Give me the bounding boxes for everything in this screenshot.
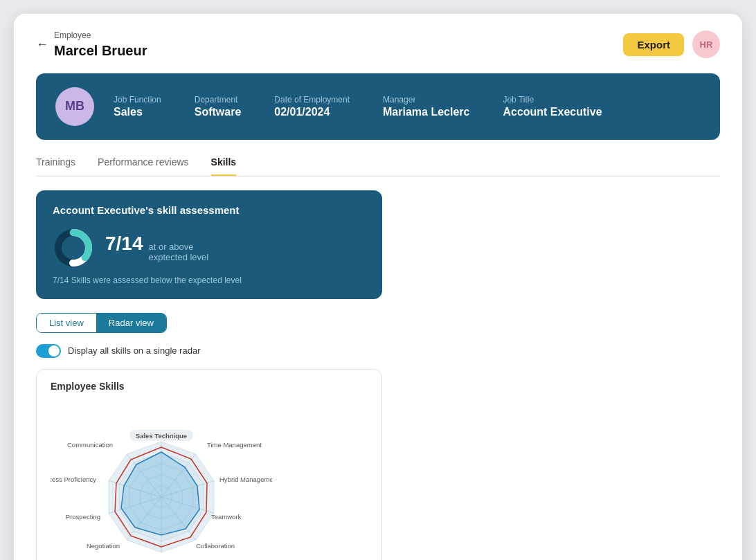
radar-view-button[interactable]: Radar view (96, 314, 166, 332)
display-all-skills-toggle[interactable] (36, 344, 61, 358)
svg-text:Hybrid Management: Hybrid Management (219, 476, 272, 483)
svg-text:Time Management: Time Management (207, 441, 262, 449)
department-value: Software (195, 106, 242, 118)
manager-label: Manager (383, 95, 469, 105)
svg-text:Collaboration: Collaboration (196, 542, 235, 550)
svg-text:Sales Technique: Sales Technique (136, 432, 187, 440)
score-description: at or aboveexptected level (149, 242, 209, 262)
field-job-title: Job Title Account Executive (503, 95, 602, 118)
back-navigation[interactable]: ← Employee Marcel Brueur (36, 30, 147, 60)
back-arrow-icon: ← (36, 37, 48, 52)
score-subtext: 7/14 Skills were assessed below the expe… (53, 276, 366, 285)
header: ← Employee Marcel Brueur Export HR (36, 30, 720, 60)
svg-text:Communication: Communication (67, 441, 113, 449)
header-actions: Export HR (623, 30, 720, 58)
skill-assessment-title: Account Executive's skill assessment (53, 204, 366, 216)
score-number: 7/14 (105, 233, 143, 255)
chart-and-legend: .axis-label { font-size: 9.5px; fill: #5… (51, 400, 368, 560)
toggle-label: Display all skills on a single radar (68, 345, 200, 356)
job-function-label: Job Function (114, 95, 161, 105)
field-date-employment: Date of Employment 02/01/2024 (274, 95, 350, 118)
radar-chart-wrapper: .axis-label { font-size: 9.5px; fill: #5… (51, 400, 272, 560)
tab-performance-reviews[interactable]: Performance reviews (98, 156, 189, 176)
svg-text:Prospecting: Prospecting (66, 513, 100, 521)
employee-avatar: MB (55, 87, 94, 126)
job-title-label: Job Title (503, 95, 602, 105)
tab-trainings[interactable]: Trainings (36, 156, 75, 176)
header-subtitle: Employee (54, 30, 147, 42)
svg-text:Sales Process Proficiency: Sales Process Proficiency (51, 476, 96, 483)
legend-box: Legend: Expected level of proficiency Le… (286, 464, 404, 560)
date-employment-label: Date of Employment (274, 95, 350, 105)
employee-info-banner: MB Job Function Sales Department Softwar… (36, 73, 720, 140)
job-function-value: Sales (114, 106, 161, 118)
app-container: ← Employee Marcel Brueur Export HR MB Jo… (14, 14, 742, 560)
score-info: 7/14 at or aboveexptected level (105, 233, 208, 262)
department-label: Department (195, 95, 242, 105)
field-department: Department Software (195, 95, 242, 118)
tab-skills[interactable]: Skills (211, 156, 237, 176)
skill-assessment-card: Account Executive's skill assessment 7/1… (36, 190, 382, 299)
view-switcher: List view Radar view (36, 313, 167, 333)
export-button[interactable]: Export (623, 33, 684, 56)
toggle-knob (48, 345, 60, 356)
skills-chart-card: Employee Skills .axis-label { font-size:… (36, 369, 382, 560)
employee-name-heading: Marcel Brueur (54, 42, 147, 60)
toggle-row: Display all skills on a single radar (36, 344, 720, 358)
tabs-bar: Trainings Performance reviews Skills (36, 156, 720, 177)
svg-text:Teamwork: Teamwork (211, 513, 242, 521)
header-title-block: Employee Marcel Brueur (54, 30, 147, 60)
skills-chart-title: Employee Skills (51, 381, 368, 392)
field-manager: Manager Mariama Leclerc (383, 95, 469, 118)
skill-score-row: 7/14 at or aboveexptected level (53, 227, 366, 269)
user-avatar: HR (692, 30, 720, 58)
field-job-function: Job Function Sales (114, 95, 161, 118)
list-view-button[interactable]: List view (37, 314, 96, 332)
svg-text:Negotiation: Negotiation (87, 542, 120, 550)
donut-chart (53, 227, 94, 269)
manager-value: Mariama Leclerc (383, 106, 469, 118)
info-fields: Job Function Sales Department Software D… (114, 95, 701, 118)
date-employment-value: 02/01/2024 (274, 106, 350, 118)
job-title-value: Account Executive (503, 106, 602, 118)
